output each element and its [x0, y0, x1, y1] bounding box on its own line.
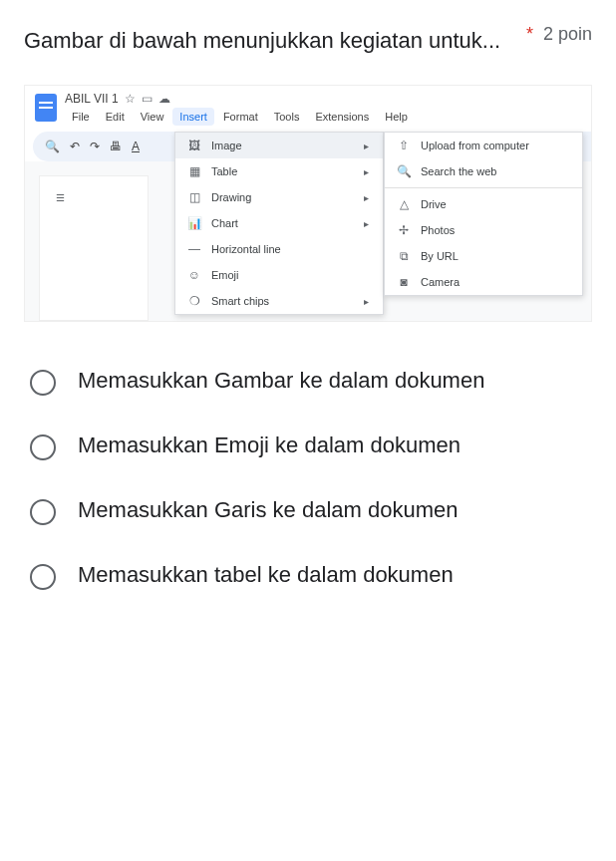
option-1-text: Memasukkan Gambar ke dalam dokumen	[78, 364, 484, 397]
photos-icon: ✢	[397, 223, 411, 237]
smartchips-icon: ❍	[187, 294, 201, 308]
google-docs-icon	[35, 94, 57, 122]
option-2[interactable]: Memasukkan Emoji ke dalam dokumen	[24, 415, 592, 479]
search-icon: 🔍	[45, 140, 60, 153]
option-4[interactable]: Memasukkan tabel ke dalam dokumen	[24, 544, 592, 609]
question-text: Gambar di bawah menunjukkan kegiatan unt…	[24, 24, 526, 57]
chart-icon: 📊	[187, 216, 201, 230]
insert-smartchips-item: ❍Smart chips ▸	[175, 288, 383, 314]
camera-icon: ◙	[397, 275, 411, 289]
star-icon: ☆	[125, 92, 136, 106]
drive-item: △Drive	[385, 191, 582, 217]
insert-menu-dropdown: 🖼Image ▸ ▦Table ▸ ◫Drawing ▸ 📊Chart ▸ —H…	[174, 132, 384, 315]
undo-icon: ↶	[70, 140, 80, 153]
drawing-icon: ◫	[187, 190, 201, 204]
chevron-right-icon: ▸	[364, 218, 369, 229]
radio-icon[interactable]	[30, 564, 56, 590]
cloud-icon: ☁	[158, 92, 170, 106]
search-web-item: 🔍Search the web	[385, 158, 582, 184]
radio-icon[interactable]	[30, 434, 56, 460]
menu-format: Format	[216, 108, 265, 126]
camera-item: ◙Camera	[385, 269, 582, 295]
upload-icon: ⇧	[397, 139, 411, 152]
points-label: 2 poin	[543, 24, 592, 44]
photos-item: ✢Photos	[385, 217, 582, 243]
chevron-right-icon: ▸	[364, 192, 369, 203]
byurl-item: ⧉By URL	[385, 243, 582, 269]
radio-icon[interactable]	[30, 499, 56, 525]
radio-icon[interactable]	[30, 370, 56, 396]
option-2-text: Memasukkan Emoji ke dalam dokumen	[78, 429, 461, 461]
move-icon: ▭	[142, 92, 153, 106]
insert-table-item: ▦Table ▸	[175, 158, 383, 184]
image-submenu-dropdown: ⇧Upload from computer 🔍Search the web △D…	[384, 132, 583, 296]
menu-help: Help	[378, 108, 415, 126]
question-header: Gambar di bawah menunjukkan kegiatan unt…	[24, 24, 592, 57]
menu-edit: Edit	[99, 108, 132, 126]
insert-hr-item: —Horizontal line	[175, 236, 383, 262]
spellcheck-icon: A	[132, 140, 140, 153]
redo-icon: ↷	[90, 140, 100, 153]
docs-body: ☰ 🖼Image ▸ ▦Table ▸ ◫Drawing ▸ 📊Chart ▸ …	[25, 161, 591, 321]
option-4-text: Memasukkan tabel ke dalam dokumen	[78, 558, 454, 591]
image-icon: 🖼	[187, 139, 201, 152]
required-asterisk: *	[526, 24, 533, 44]
option-1[interactable]: Memasukkan Gambar ke dalam dokumen	[24, 350, 592, 415]
chevron-right-icon: ▸	[364, 166, 369, 177]
drive-icon: △	[397, 197, 411, 211]
doc-title-row: ABIL VII 1 ☆ ▭ ☁	[65, 92, 415, 108]
question-points: * 2 poin	[526, 24, 592, 45]
question-image: ABIL VII 1 ☆ ▭ ☁ File Edit View Insert F…	[24, 85, 592, 322]
docs-header: ABIL VII 1 ☆ ▭ ☁ File Edit View Insert F…	[25, 86, 591, 126]
upload-computer-item: ⇧Upload from computer	[385, 133, 582, 158]
insert-drawing-item: ◫Drawing ▸	[175, 184, 383, 210]
menubar: File Edit View Insert Format Tools Exten…	[65, 108, 415, 126]
table-icon: ▦	[187, 164, 201, 178]
option-3[interactable]: Memasukkan Garis ke dalam dokumen	[24, 479, 592, 544]
doc-title: ABIL VII 1	[65, 92, 119, 106]
menu-view: View	[134, 108, 171, 126]
menu-insert: Insert	[172, 108, 214, 126]
menu-separator	[385, 187, 582, 188]
bullet-list-icon: ☰	[56, 192, 65, 203]
insert-emoji-item: ☺Emoji	[175, 262, 383, 288]
answer-options: Memasukkan Gambar ke dalam dokumen Memas…	[24, 350, 592, 609]
doc-page: ☰	[39, 175, 149, 321]
horizontal-line-icon: —	[187, 242, 201, 256]
menu-tools: Tools	[267, 108, 307, 126]
print-icon: 🖶	[110, 140, 122, 153]
menu-file: File	[65, 108, 97, 126]
link-icon: ⧉	[397, 249, 411, 263]
emoji-icon: ☺	[187, 268, 201, 282]
chevron-right-icon: ▸	[364, 296, 369, 307]
menu-extensions: Extensions	[308, 108, 376, 126]
insert-chart-item: 📊Chart ▸	[175, 210, 383, 236]
search-web-icon: 🔍	[397, 164, 411, 178]
insert-image-item: 🖼Image ▸	[175, 133, 383, 158]
chevron-right-icon: ▸	[364, 141, 369, 151]
option-3-text: Memasukkan Garis ke dalam dokumen	[78, 493, 459, 526]
